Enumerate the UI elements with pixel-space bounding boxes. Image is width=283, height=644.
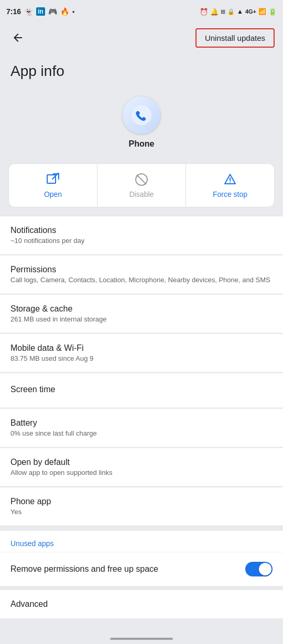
force-stop-icon bbox=[223, 172, 237, 187]
dot-icon: ● bbox=[72, 9, 75, 14]
storage-item[interactable]: Storage & cache 261 MB used in internal … bbox=[0, 295, 283, 333]
back-button[interactable] bbox=[8, 28, 27, 47]
screen-time-item[interactable]: Screen time bbox=[0, 373, 283, 408]
force-stop-label: Force stop bbox=[213, 190, 247, 198]
open-icon bbox=[46, 172, 60, 187]
storage-title: Storage & cache bbox=[10, 304, 273, 314]
open-button[interactable]: Open bbox=[9, 164, 97, 207]
signal-icon: ▲ bbox=[237, 8, 243, 15]
svg-point-0 bbox=[132, 105, 151, 125]
battery-icon: 🔋 bbox=[268, 8, 277, 16]
alarm-icon: ⏰ bbox=[200, 8, 208, 16]
notifications-subtitle: ~10 notifications per day bbox=[10, 237, 273, 245]
disable-label: Disable bbox=[129, 190, 154, 198]
page-title: App info bbox=[0, 52, 283, 88]
open-by-default-title: Open by default bbox=[10, 458, 273, 467]
mobile-data-item[interactable]: Mobile data & Wi-Fi 83.75 MB used since … bbox=[0, 334, 283, 372]
permissions-subtitle: Call logs, Camera, Contacts, Location, M… bbox=[10, 276, 273, 284]
ghost-icon: 👻 bbox=[24, 7, 33, 16]
status-bar: 7:16 👻 in 🎮 🔥 ● ⏰ 🔔 ⊞ 🔒 ▲ 4G+ 📶 🔋 bbox=[0, 0, 283, 23]
divider-spacer-2 bbox=[0, 586, 283, 590]
grid-icon: ⊞ bbox=[221, 8, 225, 15]
svg-rect-1 bbox=[47, 175, 56, 183]
phone-app-title: Phone app bbox=[10, 497, 273, 506]
storage-subtitle: 261 MB used in internal storage bbox=[10, 315, 273, 323]
battery-subtitle: 0% use since last full charge bbox=[10, 429, 273, 437]
notifications-item[interactable]: Notifications ~10 notifications per day bbox=[0, 216, 283, 254]
disable-button[interactable]: Disable bbox=[97, 164, 186, 207]
permissions-title: Permissions bbox=[10, 265, 273, 274]
open-by-default-item[interactable]: Open by default Allow app to open suppor… bbox=[0, 448, 283, 486]
battery-title: Battery bbox=[10, 418, 273, 428]
signal-bars-icon: 📶 bbox=[258, 8, 266, 15]
game-icon: 🎮 bbox=[48, 7, 57, 16]
notifications-title: Notifications bbox=[10, 226, 273, 235]
volume-icon: 🔔 bbox=[210, 8, 219, 16]
status-right: ⏰ 🔔 ⊞ 🔒 ▲ 4G+ 📶 🔋 bbox=[200, 8, 277, 16]
permissions-item[interactable]: Permissions Call logs, Camera, Contacts,… bbox=[0, 256, 283, 294]
battery-item[interactable]: Battery 0% use since last full charge bbox=[0, 409, 283, 447]
network-label: 4G+ bbox=[245, 8, 256, 15]
vpn-icon: 🔒 bbox=[227, 8, 235, 15]
phone-app-item[interactable]: Phone app Yes bbox=[0, 487, 283, 526]
unused-apps-label[interactable]: Unused apps bbox=[0, 531, 283, 552]
linkedin-icon: in bbox=[36, 7, 45, 16]
toggle-row: Remove permissions and free up space bbox=[0, 552, 283, 586]
time-display: 7:16 bbox=[6, 7, 21, 16]
bottom-bar bbox=[0, 634, 283, 644]
app-icon-section: Phone bbox=[0, 88, 283, 159]
toggle-knob bbox=[259, 563, 271, 575]
unused-apps-section: Unused apps Remove permissions and free … bbox=[0, 531, 283, 586]
open-label: Open bbox=[44, 190, 62, 198]
disable-icon bbox=[134, 172, 149, 187]
flame-icon: 🔥 bbox=[60, 7, 69, 16]
mobile-data-title: Mobile data & Wi-Fi bbox=[10, 343, 273, 353]
action-buttons-row: Open Disable Force stop bbox=[8, 163, 275, 207]
app-icon bbox=[123, 96, 160, 134]
advanced-item[interactable]: Advanced bbox=[0, 590, 283, 618]
remove-permissions-toggle[interactable] bbox=[245, 562, 273, 576]
status-left: 7:16 👻 in 🎮 🔥 ● bbox=[6, 7, 75, 16]
mobile-data-subtitle: 83.75 MB used since Aug 9 bbox=[10, 354, 273, 362]
svg-point-5 bbox=[230, 182, 231, 183]
toggle-label: Remove permissions and free up space bbox=[10, 564, 245, 574]
app-name-label: Phone bbox=[129, 139, 155, 149]
divider-spacer bbox=[0, 527, 283, 531]
screen-time-title: Screen time bbox=[10, 385, 273, 394]
uninstall-updates-button[interactable]: Uninstall updates bbox=[195, 28, 275, 48]
force-stop-button[interactable]: Force stop bbox=[186, 164, 274, 207]
open-by-default-subtitle: Allow app to open supported links bbox=[10, 469, 273, 476]
svg-line-3 bbox=[137, 175, 146, 184]
phone-app-subtitle: Yes bbox=[10, 508, 273, 516]
top-bar: Uninstall updates bbox=[0, 23, 283, 52]
settings-section: Notifications ~10 notifications per day … bbox=[0, 216, 283, 526]
bottom-indicator bbox=[110, 638, 173, 640]
